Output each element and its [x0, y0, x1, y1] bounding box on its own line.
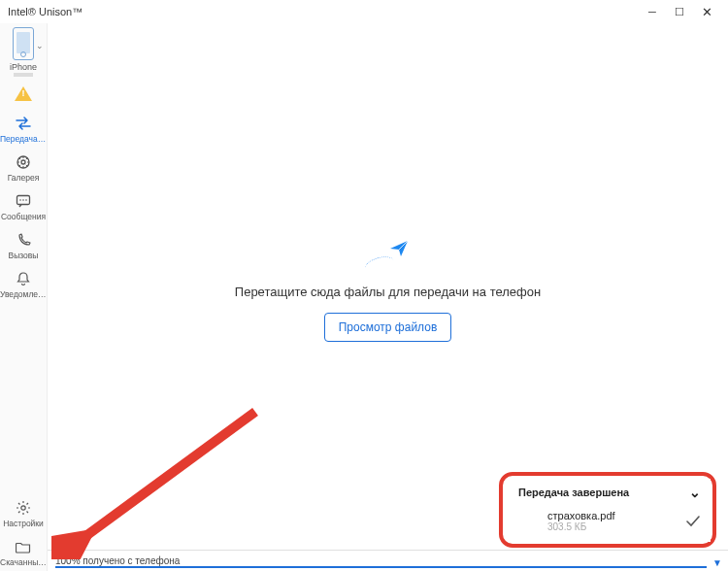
progress-underline	[55, 566, 707, 568]
gear-icon	[15, 499, 32, 517]
minimize-button[interactable]: ─	[639, 0, 666, 23]
sidebar-item-label: Вызовы	[9, 251, 39, 260]
sidebar-item-settings[interactable]: Настройки	[0, 493, 47, 532]
svg-point-1	[21, 160, 25, 164]
alert-icon[interactable]	[15, 86, 32, 101]
phone-icon	[13, 27, 34, 60]
svg-point-6	[21, 506, 25, 510]
transfer-icon	[15, 115, 32, 132]
toast-file-row[interactable]: страховка.pdf 303.5 КБ	[509, 504, 711, 542]
toast-file-name: страховка.pdf	[547, 510, 615, 521]
close-button[interactable]: ✕	[693, 0, 720, 23]
window-title: Intel® Unison™	[8, 6, 83, 17]
chevron-down-icon[interactable]: ⌄	[689, 485, 701, 500]
device-selector[interactable]: ⌄ iPhone	[0, 27, 47, 77]
sidebar-item-label: Галерея	[8, 173, 40, 183]
svg-point-4	[22, 199, 24, 201]
device-status-bar	[14, 73, 33, 77]
triangle-down-icon[interactable]: ▼	[712, 557, 722, 568]
sidebar-item-messages[interactable]: Сообщения	[0, 186, 47, 225]
main-area: Перетащите сюда файлы для передачи на те…	[48, 23, 728, 571]
svg-point-3	[19, 199, 21, 201]
toast-title: Передача завершена	[518, 487, 629, 498]
status-bar[interactable]: 100% получено с телефона ▼	[48, 550, 728, 571]
drop-zone[interactable]: Перетащите сюда файлы для передачи на те…	[48, 23, 728, 550]
status-text: 100% получено с телефона	[55, 555, 180, 566]
titlebar: Intel® Unison™ ─ ☐ ✕	[0, 0, 728, 23]
toast-file-size: 303.5 КБ	[547, 521, 615, 532]
calls-icon	[15, 231, 32, 249]
sidebar-item-label: Передача ...	[0, 134, 47, 144]
check-icon	[685, 516, 701, 527]
sidebar: ⌄ iPhone Передача ... Галерея Сообщения	[0, 23, 48, 571]
chevron-down-icon: ⌄	[36, 41, 44, 50]
sidebar-item-transfer[interactable]: Передача ...	[0, 109, 47, 148]
messages-icon	[15, 192, 32, 210]
bell-icon	[15, 270, 32, 287]
sidebar-item-downloads[interactable]: Скачанные...	[0, 532, 47, 571]
svg-point-5	[25, 199, 27, 201]
drop-hint-text: Перетащите сюда файлы для передачи на те…	[235, 285, 541, 299]
sidebar-item-label: Настройки	[3, 519, 44, 528]
sidebar-item-label: Сообщения	[1, 212, 46, 221]
sidebar-item-notifications[interactable]: Уведомлен...	[0, 264, 47, 303]
device-name: iPhone	[10, 62, 37, 72]
folder-icon	[15, 538, 32, 555]
sidebar-item-gallery[interactable]: Галерея	[0, 148, 47, 186]
sidebar-item-calls[interactable]: Вызовы	[0, 225, 47, 264]
sidebar-item-label: Скачанные...	[0, 557, 47, 567]
transfer-toast[interactable]: Передача завершена ⌄ страховка.pdf 303.5…	[509, 479, 711, 542]
maximize-button[interactable]: ☐	[666, 0, 693, 23]
paper-plane-icon	[359, 232, 417, 271]
sidebar-item-label: Уведомлен...	[0, 289, 47, 299]
gallery-icon	[15, 153, 32, 171]
browse-files-button[interactable]: Просмотр файлов	[324, 313, 452, 342]
